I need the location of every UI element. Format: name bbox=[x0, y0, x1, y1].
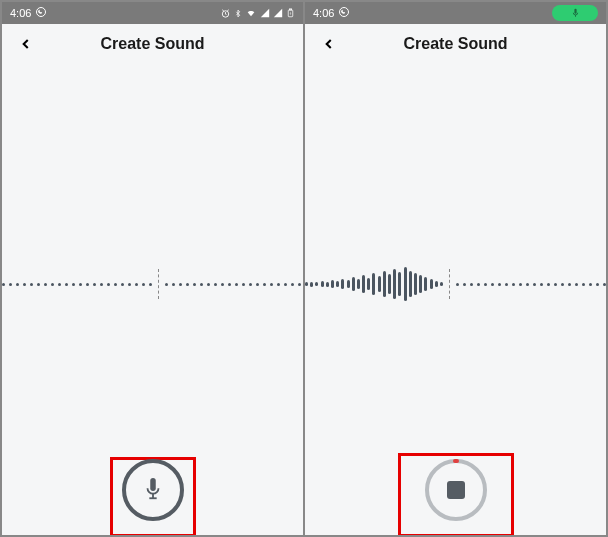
page-title: Create Sound bbox=[100, 35, 204, 53]
status-time: 4:06 bbox=[10, 7, 31, 19]
microphone-icon bbox=[571, 8, 580, 19]
alarm-icon bbox=[220, 8, 231, 19]
whatsapp-icon bbox=[35, 6, 47, 20]
signal-icon-2 bbox=[273, 8, 283, 18]
wifi-icon bbox=[245, 8, 257, 18]
status-bar: 4:06 bbox=[2, 2, 303, 24]
screenshot-pair: 4:06 Create Sound bbox=[0, 0, 608, 537]
back-button[interactable] bbox=[315, 30, 343, 58]
screen-recording: 4:06 Create Sound bbox=[305, 2, 606, 535]
battery-icon bbox=[286, 7, 295, 19]
waveform-dots-right bbox=[456, 283, 606, 286]
bluetooth-icon bbox=[234, 8, 242, 19]
content-area bbox=[305, 64, 606, 535]
waveform-bars bbox=[305, 267, 443, 301]
content-area bbox=[2, 64, 303, 535]
status-time: 4:06 bbox=[313, 7, 334, 19]
svg-rect-3 bbox=[289, 9, 291, 10]
waveform-track bbox=[2, 259, 303, 309]
stop-button[interactable] bbox=[425, 459, 487, 521]
whatsapp-icon bbox=[338, 6, 350, 20]
playhead-cursor bbox=[449, 269, 450, 299]
waveform-dots-right bbox=[165, 283, 303, 286]
screen-idle: 4:06 Create Sound bbox=[2, 2, 303, 535]
record-button[interactable] bbox=[122, 459, 184, 521]
chevron-left-icon bbox=[322, 37, 336, 51]
status-bar: 4:06 bbox=[305, 2, 606, 24]
page-title: Create Sound bbox=[403, 35, 507, 53]
recording-progress-tick bbox=[453, 459, 459, 463]
svg-rect-4 bbox=[150, 478, 156, 491]
playhead-cursor bbox=[158, 269, 159, 299]
stop-icon bbox=[447, 481, 465, 499]
microphone-icon bbox=[142, 476, 164, 504]
app-header: Create Sound bbox=[2, 24, 303, 64]
waveform-track bbox=[305, 259, 606, 309]
chevron-left-icon bbox=[19, 37, 33, 51]
signal-icon bbox=[260, 8, 270, 18]
back-button[interactable] bbox=[12, 30, 40, 58]
svg-rect-8 bbox=[574, 8, 576, 13]
waveform-dots-left bbox=[2, 283, 152, 286]
app-header: Create Sound bbox=[305, 24, 606, 64]
recording-indicator-pill bbox=[552, 5, 598, 21]
